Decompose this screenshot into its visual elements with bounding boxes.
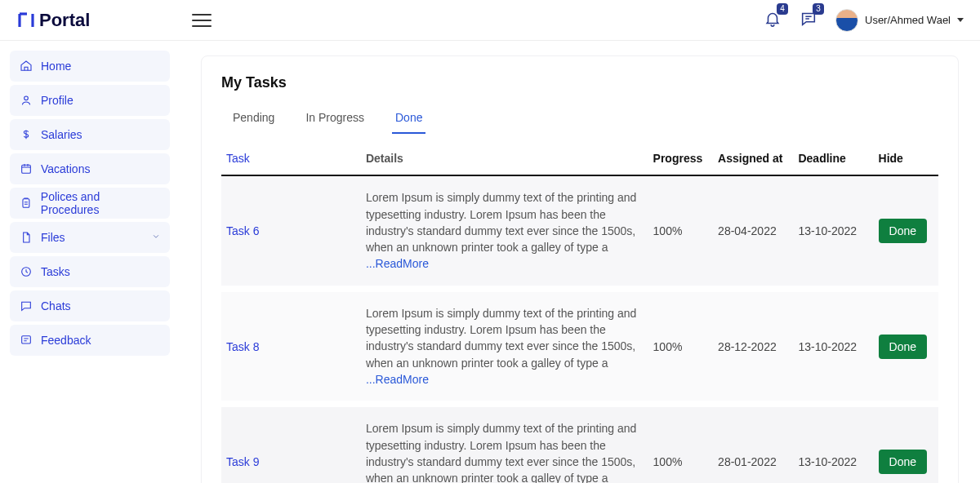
- task-hide-cell: Done: [874, 404, 938, 483]
- task-assigned-at: 28-01-2022: [713, 404, 793, 483]
- task-hide-cell: Done: [874, 175, 938, 288]
- task-details: Lorem Ipsum is simply dummy text of the …: [361, 289, 648, 404]
- column-progress: Progress: [648, 142, 714, 175]
- task-deadline: 13-10-2022: [793, 289, 873, 404]
- sidebar-item-chats[interactable]: Chats: [10, 290, 170, 321]
- task-deadline: 13-10-2022: [793, 175, 873, 288]
- file-icon: [20, 231, 33, 244]
- logo-icon: [16, 11, 36, 30]
- messages-badge: 3: [813, 3, 824, 15]
- sidebar-item-home[interactable]: Home: [10, 51, 170, 82]
- main: My Tasks PendingIn ProgressDone TaskDeta…: [180, 41, 980, 483]
- header: Portal 4 3 User/Ahmed Wael: [0, 0, 980, 41]
- task-progress: 100%: [648, 289, 714, 404]
- readmore-link[interactable]: ...ReadMore: [366, 373, 429, 386]
- sidebar-item-label: Files: [41, 231, 65, 244]
- readmore-link[interactable]: ...ReadMore: [366, 257, 429, 270]
- messages-button[interactable]: 3: [800, 10, 817, 30]
- task-deadline: 13-10-2022: [793, 404, 873, 483]
- task-progress: 100%: [648, 404, 714, 483]
- clock-icon: [20, 265, 33, 278]
- feedback-icon: [20, 334, 33, 347]
- dollar-icon: [20, 128, 33, 141]
- svg-rect-4: [22, 336, 31, 343]
- avatar: [835, 9, 858, 32]
- svg-point-0: [24, 96, 29, 100]
- sidebar-item-profile[interactable]: Profile: [10, 85, 170, 116]
- calendar-icon: [20, 162, 33, 175]
- task-progress: 100%: [648, 175, 714, 288]
- chevron-down-icon: [957, 18, 964, 22]
- done-button[interactable]: Done: [879, 219, 927, 243]
- column-task: Task: [221, 142, 361, 175]
- svg-rect-2: [23, 199, 29, 208]
- sidebar-item-files[interactable]: Files: [10, 222, 170, 253]
- tasks-table: TaskDetailsProgressAssigned atDeadlineHi…: [221, 142, 938, 483]
- column-hide: Hide: [874, 142, 938, 175]
- sidebar-item-label: Chats: [41, 299, 71, 312]
- tabs: PendingIn ProgressDone: [221, 106, 938, 134]
- sidebar-item-label: Home: [41, 60, 71, 73]
- menu-toggle-button[interactable]: [192, 14, 212, 27]
- sidebar-item-label: Profile: [41, 94, 74, 107]
- sidebar-item-polices-and-procedures[interactable]: Polices and Procedures: [10, 188, 170, 219]
- sidebar-item-label: Vacations: [41, 162, 90, 175]
- column-details: Details: [361, 142, 648, 175]
- done-button[interactable]: Done: [879, 450, 927, 474]
- column-assigned-at: Assigned at: [713, 142, 793, 175]
- user-menu[interactable]: User/Ahmed Wael: [835, 9, 964, 32]
- tab-done[interactable]: Done: [392, 106, 425, 134]
- user-label: User/Ahmed Wael: [865, 14, 951, 26]
- table-row: Task 6Lorem Ipsum is simply dummy text o…: [221, 175, 938, 288]
- sidebar-item-salaries[interactable]: Salaries: [10, 119, 170, 150]
- logo[interactable]: Portal: [16, 10, 192, 31]
- clipboard-icon: [20, 197, 33, 210]
- sidebar-item-label: Tasks: [41, 265, 70, 278]
- tab-pending[interactable]: Pending: [229, 106, 278, 134]
- home-icon: [20, 60, 33, 73]
- sidebar-item-label: Salaries: [41, 128, 82, 141]
- notifications-button[interactable]: 4: [764, 10, 782, 30]
- sidebar-item-vacations[interactable]: Vacations: [10, 153, 170, 184]
- task-assigned-at: 28-12-2022: [713, 289, 793, 404]
- task-name[interactable]: Task 6: [221, 175, 361, 288]
- task-name[interactable]: Task 9: [221, 404, 361, 483]
- task-details: Lorem Ipsum is simply dummy text of the …: [361, 404, 648, 483]
- table-row: Task 8Lorem Ipsum is simply dummy text o…: [221, 289, 938, 404]
- task-hide-cell: Done: [874, 289, 938, 404]
- page-title: My Tasks: [221, 74, 938, 91]
- sidebar-item-label: Polices and Procedures: [41, 190, 160, 216]
- user-icon: [20, 94, 33, 107]
- svg-rect-1: [22, 165, 31, 173]
- chat-icon: [20, 299, 33, 312]
- tasks-card: My Tasks PendingIn ProgressDone TaskDeta…: [201, 55, 959, 483]
- header-actions: 4 3 User/Ahmed Wael: [764, 9, 964, 32]
- column-deadline: Deadline: [793, 142, 873, 175]
- task-name[interactable]: Task 8: [221, 289, 361, 404]
- chevron-down-icon: [150, 231, 162, 245]
- task-assigned-at: 28-04-2022: [713, 175, 793, 288]
- sidebar: HomeProfileSalariesVacationsPolices and …: [0, 41, 180, 483]
- sidebar-item-label: Feedback: [41, 334, 91, 347]
- task-details: Lorem Ipsum is simply dummy text of the …: [361, 175, 648, 288]
- sidebar-item-feedback[interactable]: Feedback: [10, 325, 170, 356]
- sidebar-item-tasks[interactable]: Tasks: [10, 256, 170, 287]
- done-button[interactable]: Done: [879, 335, 927, 359]
- app-name: Portal: [39, 10, 90, 31]
- tab-in-progress[interactable]: In Progress: [302, 106, 368, 134]
- table-row: Task 9Lorem Ipsum is simply dummy text o…: [221, 404, 938, 483]
- notifications-badge: 4: [777, 3, 788, 15]
